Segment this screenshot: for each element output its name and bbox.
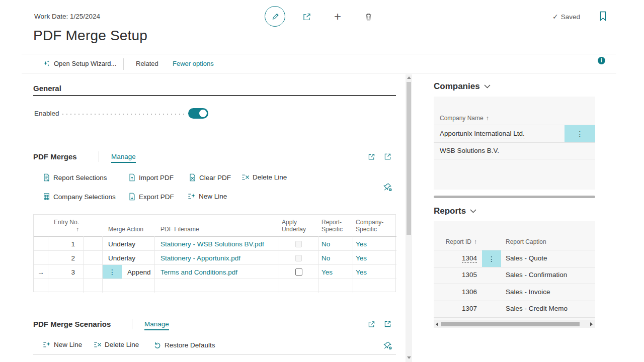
report-id-cell[interactable]: 1304 xyxy=(434,254,477,262)
reports-part-header[interactable]: Reports xyxy=(434,206,476,216)
import-pdf-button[interactable]: Import PDF xyxy=(128,173,174,182)
checkbox-disabled xyxy=(295,241,302,247)
report-specific-cell[interactable]: No xyxy=(321,237,330,251)
reports-card: Report ID ↑ Report Caption 1304 ⋮ Sales … xyxy=(434,221,595,328)
company-selections-button[interactable]: Company Selections xyxy=(43,193,116,201)
info-icon[interactable]: i xyxy=(598,57,605,64)
pdf-merges-table: Entry No. ↑ Merge Action PDF Filename Ap… xyxy=(33,214,396,292)
vertical-scrollbar-thumb[interactable] xyxy=(407,82,411,235)
apply-underlay-cell xyxy=(279,251,318,265)
clear-pdf-icon xyxy=(189,173,196,182)
merge-action-cell[interactable]: Underlay xyxy=(108,237,135,251)
share-icon xyxy=(367,320,376,328)
pdf-filename-link[interactable]: Terms and Conditions.pdf xyxy=(160,265,237,279)
scenarios-delete-line-button[interactable]: Delete Line xyxy=(94,341,139,348)
col-header-report-specific[interactable]: Report-Specific xyxy=(321,219,350,233)
scroll-down-icon[interactable] xyxy=(407,356,411,359)
company-name-column-header[interactable]: Company Name ↑ xyxy=(440,115,489,122)
share-button[interactable] xyxy=(301,11,312,22)
expand-icon xyxy=(383,152,392,161)
pdf-merges-share-button[interactable] xyxy=(367,152,376,161)
companies-part-header[interactable]: Companies xyxy=(434,81,491,92)
scenarios-share-button[interactable] xyxy=(367,320,376,328)
report-caption-cell[interactable]: Sales - Invoice xyxy=(506,288,550,296)
scenarios-manage-tab[interactable]: Manage xyxy=(144,320,169,330)
new-line-icon xyxy=(188,193,196,200)
entry-no-cell[interactable]: 2 xyxy=(48,251,79,265)
report-selections-button[interactable]: Report Selections xyxy=(43,173,107,182)
company-specific-cell[interactable]: Yes xyxy=(356,251,367,265)
clear-pdf-button[interactable]: Clear PDF xyxy=(189,173,231,182)
scroll-up-icon[interactable] xyxy=(407,76,411,79)
row-divider xyxy=(434,159,595,159)
row-divider xyxy=(434,301,595,301)
entry-no-cell[interactable]: 1 xyxy=(48,237,79,251)
related-menu[interactable]: Related xyxy=(136,60,158,67)
export-pdf-icon xyxy=(128,193,136,201)
report-caption-cell[interactable]: Sales - Credit Memo xyxy=(506,305,568,312)
pdf-merges-manage-tab[interactable]: Manage xyxy=(111,153,136,163)
report-specific-cell[interactable]: No xyxy=(321,251,330,265)
new-line-icon xyxy=(43,341,51,348)
merge-action-cell[interactable]: Append xyxy=(127,265,151,279)
company-specific-cell[interactable]: Yes xyxy=(356,265,367,279)
entry-no-cell[interactable]: 3 xyxy=(48,265,79,279)
restore-defaults-button[interactable]: Restore Defaults xyxy=(153,341,215,349)
card-header-rule xyxy=(434,250,595,250)
apply-underlay-cell xyxy=(279,237,318,251)
new-button[interactable]: + xyxy=(332,11,343,22)
pdf-filename-link[interactable]: Stationery - WSB Solutions BV.pdf xyxy=(160,237,264,251)
scenarios-new-line-button[interactable]: New Line xyxy=(43,341,82,348)
report-id-cell[interactable]: 1305 xyxy=(434,271,477,279)
checkbox-disabled xyxy=(295,255,302,261)
report-id-cell[interactable]: 1307 xyxy=(434,305,477,312)
report-specific-cell[interactable]: Yes xyxy=(321,265,333,279)
row-divider xyxy=(434,267,595,267)
report-id-column-header[interactable]: Report ID ↑ xyxy=(434,238,477,245)
col-header-company-specific[interactable]: Company-Specific xyxy=(356,219,391,233)
scroll-left-icon[interactable] xyxy=(436,322,438,326)
pdf-merges-pin-button[interactable] xyxy=(383,182,392,192)
col-header-pdf-filename[interactable]: PDF Filename xyxy=(160,226,199,233)
merge-action-cell[interactable]: Underlay xyxy=(108,251,135,265)
pdf-merges-expand-button[interactable] xyxy=(383,152,392,161)
new-line-button[interactable]: New Line xyxy=(188,193,227,200)
report-id-cell[interactable]: 1306 xyxy=(434,288,477,296)
company-name-cell[interactable]: Apportunix International Ltd. xyxy=(440,130,525,137)
apply-underlay-cell[interactable] xyxy=(279,265,318,279)
scroll-right-icon[interactable] xyxy=(590,322,593,326)
export-pdf-button[interactable]: Export PDF xyxy=(128,193,174,201)
scenarios-pin-button[interactable] xyxy=(383,340,392,350)
reports-hscrollbar-thumb[interactable] xyxy=(441,322,580,326)
sort-asc-icon: ↑ xyxy=(76,226,79,233)
row-menu-button[interactable]: ⋮ xyxy=(482,250,501,267)
delete-line-button[interactable]: Delete Line xyxy=(242,173,287,181)
col-header-merge-action[interactable]: Merge Action xyxy=(108,226,143,233)
report-caption-column-header[interactable]: Report Caption xyxy=(506,238,546,245)
col-header-apply-underlay[interactable]: Apply Underlay xyxy=(282,219,312,233)
col-header-entry-no[interactable]: Entry No. ↑ xyxy=(48,219,79,233)
ellipsis-icon: ⋮ xyxy=(488,255,495,263)
enabled-toggle[interactable] xyxy=(188,108,208,119)
open-setup-wizard-button[interactable]: Open Setup Wizard... xyxy=(43,60,116,67)
enabled-label: Enabled xyxy=(34,110,59,117)
scenarios-expand-button[interactable] xyxy=(383,320,392,328)
import-pdf-label: Import PDF xyxy=(139,174,174,182)
reports-hscrollbar[interactable] xyxy=(434,320,595,328)
edit-button[interactable] xyxy=(265,6,285,27)
delete-button[interactable] xyxy=(363,11,374,22)
bookmark-button[interactable] xyxy=(597,11,608,22)
save-status: ✓ Saved xyxy=(552,13,580,21)
export-pdf-label: Export PDF xyxy=(139,193,174,201)
row-menu-button[interactable]: ⋮ xyxy=(565,125,595,142)
report-caption-cell[interactable]: Sales - Confirmation xyxy=(506,271,567,279)
report-caption-cell[interactable]: Sales - Quote xyxy=(506,254,547,262)
pdf-filename-link[interactable]: Stationery - Apportunix.pdf xyxy=(160,251,240,265)
fewer-options-link[interactable]: Fewer options xyxy=(173,60,214,67)
company-name-cell[interactable]: WSB Solutions B.V. xyxy=(440,147,499,154)
checkbox-unchecked[interactable] xyxy=(295,268,302,276)
company-specific-cell[interactable]: Yes xyxy=(356,237,367,251)
row-menu-button[interactable]: ⋮ xyxy=(103,265,122,279)
scenarios-bottom-rule xyxy=(33,354,396,355)
companies-hscrollbar-thumb[interactable] xyxy=(434,196,595,198)
